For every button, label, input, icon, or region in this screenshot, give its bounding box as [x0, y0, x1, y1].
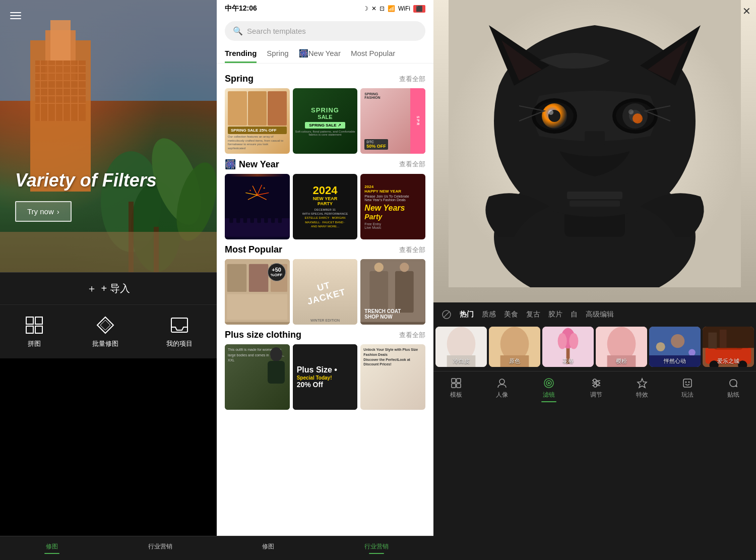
right-nav-filter[interactable]: 滤镜 — [541, 378, 556, 402]
left-panel: Variety of Filters Try now › ＋ + 导入 拼图 — [0, 0, 217, 560]
ny-card-1[interactable] — [225, 174, 290, 239]
template-scroll-area[interactable]: Spring 查看全部 SPRING SALE 25% OFF Our coll… — [217, 64, 433, 536]
svg-rect-23 — [0, 232, 217, 272]
new-year-more-btn[interactable]: 查看全部 — [399, 160, 425, 169]
ny-card-2[interactable]: 2024 NEW YEAR PARTY DECEMBER 31WITH SPEC… — [293, 174, 358, 239]
new-year-emoji: 🎆 — [225, 159, 236, 170]
filter-cat-free-label: 自 — [571, 310, 578, 319]
left-nav-marketing[interactable]: 行业营销 — [148, 542, 172, 554]
ny-card-3[interactable]: 2024HAPPY NEW YEAR Please Join Us To Cel… — [360, 174, 425, 239]
filter-cat-free[interactable]: 自 — [571, 309, 578, 320]
left-nav-edit-label: 修图 — [46, 542, 58, 551]
tool-collage[interactable]: 拼图 — [24, 315, 44, 348]
right-nav-sticker[interactable]: 贴纸 — [727, 378, 739, 402]
svg-rect-61 — [268, 361, 285, 384]
import-label: + 导入 — [101, 282, 130, 295]
new-year-title-text: New Year — [239, 159, 279, 170]
music-city-label: 爱乐之城 — [703, 357, 754, 365]
right-nav-portrait[interactable]: 人像 — [496, 378, 508, 402]
right-nav-adjust[interactable]: 调节 — [590, 378, 602, 402]
svg-rect-3 — [50, 20, 71, 60]
right-nav-effects[interactable]: 特效 — [636, 378, 648, 402]
search-bar[interactable]: 🔍 Search templates — [225, 21, 425, 41]
most-popular-cards: +50 %OFF UTJACKET WINTER EDITION — [217, 259, 433, 325]
import-section[interactable]: ＋ + 导入 — [0, 272, 217, 304]
mid-nav-marketing[interactable]: 行业营销 — [364, 542, 389, 554]
svg-point-74 — [628, 109, 634, 114]
svg-marker-29 — [100, 320, 110, 330]
plus-card-1[interactable]: This outfit is made for women with large… — [225, 344, 290, 410]
close-button-right[interactable]: ✕ — [742, 5, 751, 17]
filter-cat-retro[interactable]: 复古 — [526, 309, 540, 320]
svg-point-113 — [499, 379, 505, 384]
tool-projects[interactable]: 我的项目 — [166, 315, 193, 348]
svg-rect-42 — [229, 214, 233, 223]
left-bottom-nav: 修图 行业营销 — [0, 536, 217, 560]
import-button[interactable]: ＋ + 导入 — [87, 282, 130, 295]
right-nav-template[interactable]: 模板 — [450, 378, 462, 402]
spring-card-1[interactable]: SPRING SALE 25% OFF Our collection featu… — [225, 88, 290, 154]
trench-text: TRENCH COATSHOP NOW — [364, 308, 401, 320]
most-popular-more-btn[interactable]: 查看全部 — [399, 245, 425, 255]
filter-thumb-flower-palm[interactable]: 花椿 — [542, 327, 594, 367]
tab-new-year-label: 🎆New Year — [299, 49, 341, 57]
hero-content: Variety of Filters Try now › — [15, 169, 157, 222]
spring-more-btn[interactable]: 查看全部 — [399, 75, 425, 84]
pop-card-3[interactable]: TRENCH COATSHOP NOW — [360, 259, 425, 325]
svg-point-91 — [569, 333, 578, 349]
pop-card-1[interactable]: +50 %OFF — [225, 259, 290, 325]
middle-panel: 中午12:06 ☽ ✕ ⊡ 📶 WiFi ⬛ 🔍 Search template… — [217, 0, 433, 560]
tab-most-popular[interactable]: Most Popular — [351, 49, 395, 63]
svg-rect-77 — [567, 192, 622, 199]
filter-thumb-cool-white[interactable]: 冷白皮 — [435, 327, 487, 367]
search-input[interactable]: Search templates — [247, 27, 306, 35]
search-icon: 🔍 — [233, 26, 243, 36]
artwork-panel: ✕ — [433, 0, 756, 302]
filter-cat-advanced[interactable]: 高级编辑 — [586, 309, 614, 320]
mid-nav-marketing-indicator — [369, 553, 384, 554]
svg-rect-27 — [35, 326, 42, 333]
right-nav-fun-label: 玩法 — [681, 391, 694, 399]
scan-icon: ⊡ — [380, 5, 385, 12]
filter-cat-food[interactable]: 美食 — [504, 309, 518, 320]
spring-card-3[interactable]: SPR SPRINGFASHION DTC50% OFF — [360, 88, 425, 154]
filter-thumb-original[interactable]: 原色 — [489, 327, 540, 367]
filter-thumb-cherry-pink[interactable]: 樱粉 — [596, 327, 647, 367]
pop-card-2[interactable]: UTJACKET WINTER EDITION — [293, 259, 358, 325]
right-nav-fun[interactable]: 玩法 — [681, 378, 694, 402]
hamburger-menu[interactable] — [10, 10, 21, 21]
tab-spring[interactable]: Spring — [267, 49, 288, 63]
heart-move-label: 怦然心动 — [649, 357, 701, 365]
filter-thumb-music-city[interactable]: 爱乐之城 — [703, 327, 754, 367]
plus-card-3[interactable]: Unlock Your Style with Plus Size Fashion… — [360, 344, 425, 410]
filter-cat-hot[interactable]: 热门 — [460, 309, 474, 320]
left-nav-edit[interactable]: 修图 — [44, 542, 59, 554]
svg-rect-45 — [250, 213, 254, 223]
filter-cat-quality[interactable]: 质感 — [482, 309, 496, 320]
status-icons: ☽ ✕ ⊡ 📶 WiFi ⬛ — [363, 5, 425, 13]
spring-card-2[interactable]: SPRING SALE SPRING SALE ↗ Soft colours, … — [293, 88, 358, 154]
try-now-button[interactable]: Try now › — [15, 201, 72, 222]
plus-size-more-btn[interactable]: 查看全部 — [399, 331, 425, 340]
flower-palm-label: 花椿 — [542, 357, 594, 365]
tab-trending[interactable]: Trending — [225, 49, 257, 63]
filter-cat-film[interactable]: 胶片 — [548, 309, 562, 320]
left-nav-marketing-label: 行业营销 — [148, 542, 172, 551]
plus-card-2[interactable]: Plus Size • Special Today! 20% Off — [293, 344, 358, 410]
svg-point-98 — [688, 349, 696, 356]
mid-nav-edit[interactable]: 修图 — [262, 542, 274, 554]
most-popular-title: Most Popular — [225, 244, 282, 255]
svg-rect-43 — [236, 211, 240, 223]
filter-thumb-heart-move[interactable]: 怦然心动 — [649, 327, 701, 367]
svg-rect-107 — [720, 330, 727, 348]
tool-batch[interactable]: 批量修图 — [92, 315, 118, 348]
right-panel: ✕ — [433, 0, 756, 560]
import-icon: ＋ — [87, 282, 97, 295]
svg-point-125 — [685, 382, 687, 383]
status-bar: 中午12:06 ☽ ✕ ⊡ 📶 WiFi ⬛ — [217, 0, 433, 17]
new-year-section-header: 🎆 New Year 查看全部 — [217, 154, 433, 174]
tab-new-year[interactable]: 🎆New Year — [299, 49, 341, 63]
filter-cat-none[interactable] — [442, 309, 452, 320]
try-now-label: Try now — [27, 207, 54, 216]
svg-point-69 — [548, 110, 553, 115]
